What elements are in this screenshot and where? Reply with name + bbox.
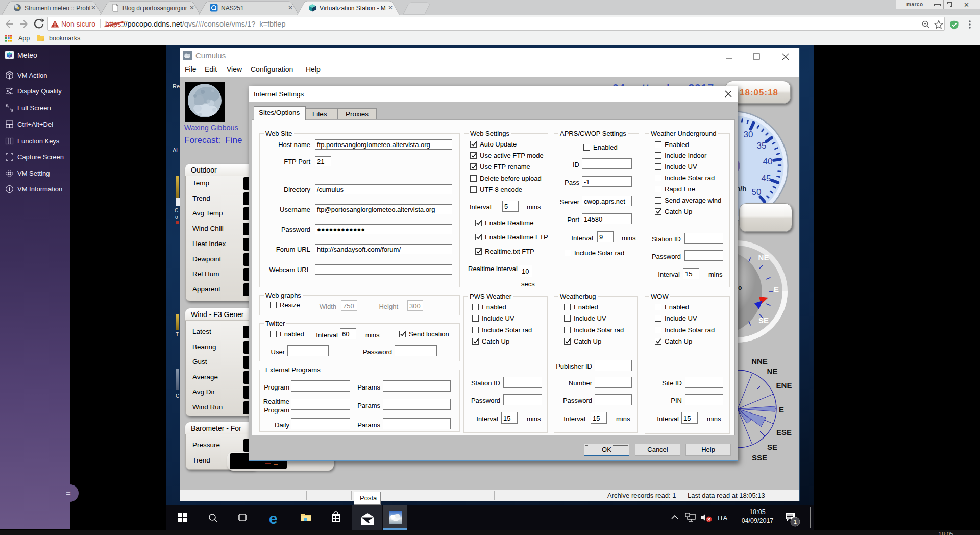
svg-text:SE: SE (758, 316, 769, 325)
svg-text:E: E (774, 285, 779, 294)
svg-text:30: 30 (744, 130, 753, 139)
svg-text:50: 50 (752, 187, 762, 197)
svg-text:1: 1 (794, 519, 797, 525)
svg-text:45: 45 (762, 174, 771, 183)
svg-text:35: 35 (757, 141, 767, 151)
svg-text:SSE: SSE (752, 453, 767, 462)
svg-text:NE: NE (758, 253, 769, 262)
svg-text:ESE: ESE (776, 428, 792, 436)
svg-text:E: E (779, 405, 784, 414)
svg-text:NNE: NNE (751, 357, 768, 366)
svg-text:SE: SE (767, 443, 777, 451)
svg-text:NE: NE (767, 367, 778, 376)
svg-text:ENE: ENE (776, 381, 792, 390)
svg-text:40: 40 (763, 157, 773, 166)
